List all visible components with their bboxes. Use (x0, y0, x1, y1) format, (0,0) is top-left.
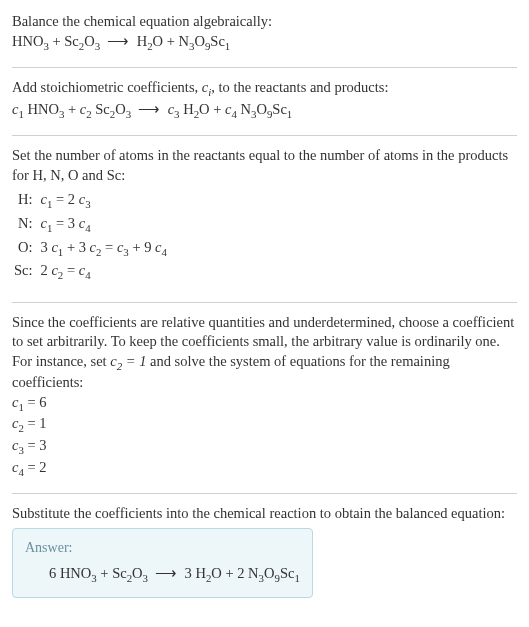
step4-intro: Substitute the coefficients into the che… (12, 504, 517, 524)
row-eq: 3 c1 + 3 c2 = c3 + 9 c4 (39, 237, 173, 261)
row-label: N: (12, 213, 39, 237)
step2-block: Set the number of atoms in the reactants… (12, 142, 517, 295)
step3-block: Since the coefficients are relative quan… (12, 309, 517, 488)
separator (12, 302, 517, 303)
answer-equation: 6 HNO3 + Sc2O3 ⟶ 3 H2O + 2 N3O9Sc1 (25, 564, 300, 586)
step1-block: Add stoichiometric coefficients, ci, to … (12, 74, 517, 129)
row-eq: 2 c2 = c4 (39, 260, 173, 284)
table-row: H: c1 = 2 c3 (12, 189, 173, 213)
header-block: Balance the chemical equation algebraica… (12, 8, 517, 61)
element-equations-table: H: c1 = 2 c3 N: c1 = 3 c4 O: 3 c1 + 3 c2… (12, 189, 173, 283)
row-label: H: (12, 189, 39, 213)
answer-title: Answer: (25, 539, 300, 558)
step1-ci: ci (202, 79, 211, 95)
separator (12, 135, 517, 136)
step2-intro: Set the number of atoms in the reactants… (12, 146, 517, 185)
solution-c3: c3 = 3 (12, 436, 517, 458)
step1-chem-eq: c1 HNO3 + c2 Sc2O3 ⟶ c3 H2O + c4 N3O9Sc1 (12, 100, 517, 122)
row-label: Sc: (12, 260, 39, 284)
step1-intro-b: , to the reactants and products: (211, 79, 388, 95)
answer-box: Answer: 6 HNO3 + Sc2O3 ⟶ 3 H2O + 2 N3O9S… (12, 528, 313, 598)
step1-intro: Add stoichiometric coefficients, ci, to … (12, 78, 517, 100)
row-label: O: (12, 237, 39, 261)
header-line1: Balance the chemical equation algebraica… (12, 12, 517, 32)
separator (12, 493, 517, 494)
row-eq: c1 = 3 c4 (39, 213, 173, 237)
solution-c1: c1 = 6 (12, 393, 517, 415)
step3-c2set: c2 = 1 (110, 353, 146, 369)
step1-intro-a: Add stoichiometric coefficients, (12, 79, 202, 95)
solution-c2: c2 = 1 (12, 414, 517, 436)
row-eq: c1 = 2 c3 (39, 189, 173, 213)
step3-intro: Since the coefficients are relative quan… (12, 313, 517, 393)
table-row: O: 3 c1 + 3 c2 = c3 + 9 c4 (12, 237, 173, 261)
header-chem-eq: HNO3 + Sc2O3 ⟶ H2O + N3O9Sc1 (12, 32, 517, 54)
table-row: Sc: 2 c2 = c4 (12, 260, 173, 284)
separator (12, 67, 517, 68)
solution-c4: c4 = 2 (12, 458, 517, 480)
table-row: N: c1 = 3 c4 (12, 213, 173, 237)
step4-block: Substitute the coefficients into the che… (12, 500, 517, 606)
